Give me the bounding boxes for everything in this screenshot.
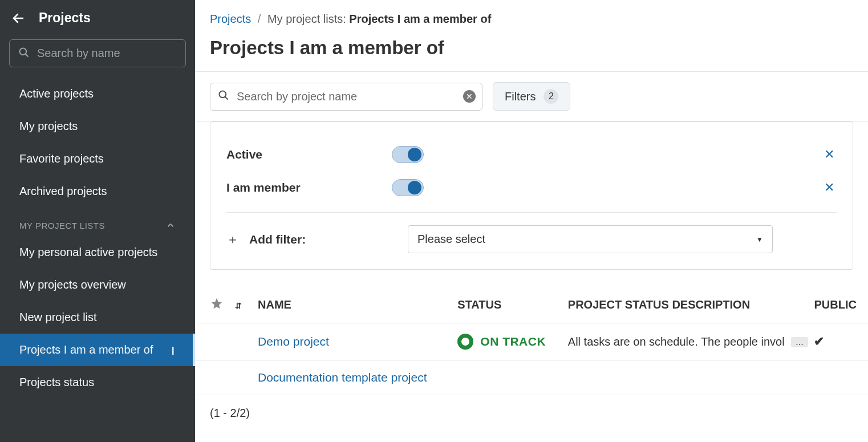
desc-cell <box>562 360 809 395</box>
svg-line-4 <box>225 97 228 100</box>
sidebar-item-label: My projects <box>19 120 78 133</box>
sidebar-search <box>9 39 186 67</box>
public-cell <box>808 360 868 395</box>
favorite-cell[interactable] <box>195 323 229 360</box>
sidebar-item-my-projects[interactable]: My projects <box>0 110 195 143</box>
add-filter-placeholder: Please select <box>417 233 485 246</box>
sidebar-item-label: My personal active projects <box>19 246 157 259</box>
sidebar-list-item-status[interactable]: Projects status <box>0 366 195 399</box>
filters-count-badge: 2 <box>543 89 558 104</box>
breadcrumb: Projects / My project lists: Projects I … <box>195 13 868 26</box>
add-filter-row: ＋ Add filter: Please select ▼ <box>226 225 837 253</box>
sidebar-list-item-overview[interactable]: My projects overview <box>0 269 195 301</box>
filters-button-label: Filters <box>505 90 536 103</box>
filter-label: I am member <box>226 181 392 194</box>
breadcrumb-separator: / <box>258 13 261 25</box>
check-icon: ✔ <box>814 334 824 348</box>
public-cell: ✔ <box>808 323 868 360</box>
chevron-down-icon: ▼ <box>756 236 763 244</box>
name-cell: Documentation template project <box>252 360 452 395</box>
sidebar-item-label: New project list <box>19 311 97 324</box>
project-link[interactable]: Demo project <box>258 335 329 348</box>
sidebar-list-item-personal-active[interactable]: My personal active projects <box>0 236 195 269</box>
chevron-up-icon <box>165 220 176 230</box>
toolbar: ✕ Filters 2 <box>195 72 868 121</box>
favorite-cell[interactable] <box>195 360 229 395</box>
sidebar-item-label: My projects overview <box>19 278 126 291</box>
sidebar-title: Projects <box>39 10 91 26</box>
add-filter-select[interactable]: Please select ▼ <box>408 225 773 253</box>
projects-table: ⇵ NAME STATUS PROJECT STATUS DESCRIPTION… <box>195 287 868 395</box>
svg-point-1 <box>20 48 27 55</box>
sidebar-item-label: Projects status <box>19 376 94 389</box>
filter-row-member: I am member ✕ <box>226 171 837 204</box>
remove-filter-icon[interactable]: ✕ <box>822 178 837 197</box>
breadcrumb-leaf: Projects I am a member of <box>349 13 491 25</box>
sidebar-list-item-member-of[interactable]: Projects I am a member of || <box>0 334 195 366</box>
project-search-input[interactable] <box>210 83 482 111</box>
plus-icon: ＋ <box>226 231 239 248</box>
svg-point-3 <box>220 91 226 98</box>
column-favorite[interactable] <box>195 287 229 323</box>
sidebar-list-item-new[interactable]: New project list <box>0 301 195 334</box>
filter-row-active: Active ✕ <box>226 138 837 171</box>
status-cell <box>452 360 562 395</box>
back-arrow-icon[interactable] <box>11 11 25 25</box>
table-header-row: ⇵ NAME STATUS PROJECT STATUS DESCRIPTION… <box>195 287 868 323</box>
sidebar-item-label: Active projects <box>19 87 94 100</box>
sidebar-item-label: Projects I am a member of <box>19 343 153 356</box>
search-icon <box>218 90 229 103</box>
breadcrumb-root[interactable]: Projects <box>210 13 251 25</box>
table-row: Demo project ON TRACK All tasks are on s… <box>195 323 868 360</box>
sidebar-header: Projects <box>0 0 195 31</box>
sidebar-item-archived-projects[interactable]: Archived projects <box>0 175 195 208</box>
sub-divider <box>226 212 837 213</box>
sidebar-item-active-projects[interactable]: Active projects <box>0 78 195 110</box>
breadcrumb-mid: My project lists: <box>267 13 346 25</box>
table-row: Documentation template project <box>195 360 868 395</box>
status-dot-icon <box>457 334 473 350</box>
more-badge[interactable]: ... <box>791 337 808 347</box>
pagination-text: (1 - 2/2) <box>195 395 868 431</box>
remove-filter-icon[interactable]: ✕ <box>822 145 837 164</box>
sidebar-item-favorite-projects[interactable]: Favorite projects <box>0 143 195 175</box>
desc-cell: All tasks are on schedule. The people in… <box>562 323 809 360</box>
toggle-member[interactable] <box>392 179 424 196</box>
toggle-knob <box>408 148 421 161</box>
status-text: ON TRACK <box>480 335 546 348</box>
sidebar: Projects Active projects My projects Fav… <box>0 0 195 442</box>
project-link[interactable]: Documentation template project <box>258 371 427 384</box>
column-name[interactable]: NAME <box>252 287 452 323</box>
column-status[interactable]: STATUS <box>452 287 562 323</box>
clear-icon[interactable]: ✕ <box>463 90 476 103</box>
svg-line-2 <box>26 54 29 56</box>
main-content: Projects / My project lists: Projects I … <box>195 0 868 442</box>
search-icon <box>18 47 30 60</box>
desc-text: All tasks are on schedule. The people in… <box>568 335 785 348</box>
toggle-knob <box>408 181 421 194</box>
sidebar-section-header[interactable]: MY PROJECT LISTS <box>0 208 195 236</box>
sidebar-section-label: MY PROJECT LISTS <box>19 221 105 230</box>
column-public[interactable]: PUBLIC <box>808 287 868 323</box>
column-hierarchy[interactable]: ⇵ <box>229 287 252 323</box>
name-cell: Demo project <box>252 323 452 360</box>
sidebar-item-label: Favorite projects <box>19 152 104 165</box>
toggle-active[interactable] <box>392 146 424 163</box>
hierarchy-icon: ⇵ <box>235 301 242 310</box>
hierarchy-cell <box>229 360 252 395</box>
filters-panel: Active ✕ I am member ✕ ＋ Add filter: Ple… <box>210 121 853 270</box>
drag-handle-icon[interactable]: || <box>172 346 173 355</box>
filters-button[interactable]: Filters 2 <box>493 82 570 111</box>
status-cell: ON TRACK <box>452 323 562 360</box>
column-desc[interactable]: PROJECT STATUS DESCRIPTION <box>562 287 809 323</box>
filter-label: Active <box>226 148 392 161</box>
page-title: Projects I am a member of <box>195 26 868 71</box>
sidebar-search-input[interactable] <box>9 39 186 67</box>
hierarchy-cell <box>229 323 252 360</box>
project-search: ✕ <box>210 83 482 111</box>
add-filter-label: Add filter: <box>249 233 398 246</box>
projects-table-wrap: ⇵ NAME STATUS PROJECT STATUS DESCRIPTION… <box>195 287 868 395</box>
sidebar-item-label: Archived projects <box>19 185 107 198</box>
